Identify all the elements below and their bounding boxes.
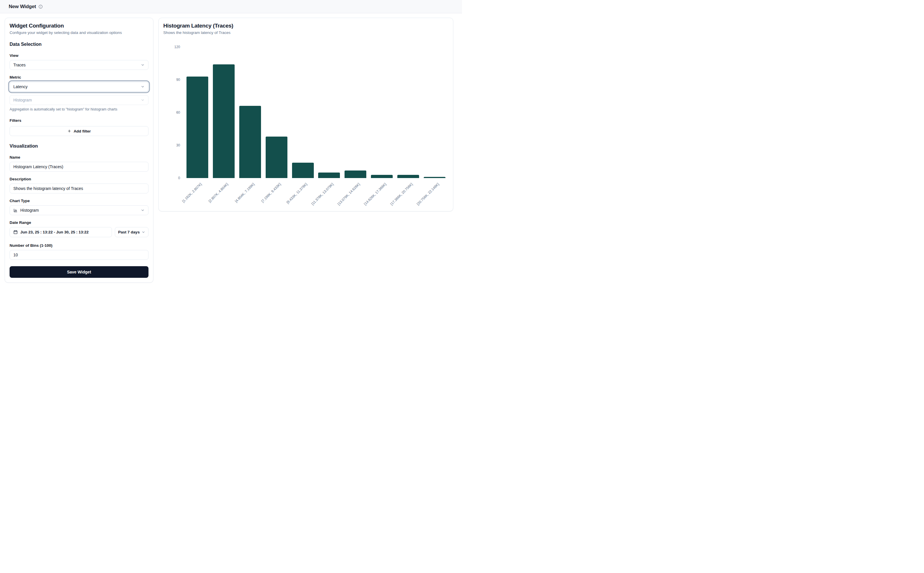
histogram-bar[interactable] [292, 163, 314, 178]
bins-input[interactable] [9, 250, 149, 260]
view-field: View Traces [9, 53, 149, 70]
x-axis-label: [13.079K, 14.626K] [337, 182, 361, 206]
histogram-bar[interactable] [397, 175, 419, 178]
page-title: New Widget [9, 4, 36, 9]
x-axis-label: [2.807K, 4.804K] [208, 182, 229, 203]
aggregation-select: Histogram [9, 95, 149, 105]
aggregation-help-text: Aggregation is automatically set to "his… [9, 107, 149, 111]
filters-label: Filters [9, 118, 149, 123]
histogram-bar[interactable] [213, 64, 235, 178]
x-axis-label: [1.162K, 2.807K] [181, 182, 202, 203]
data-selection-heading: Data Selection [9, 42, 149, 47]
histogram-bar[interactable] [318, 172, 340, 178]
y-axis-label: 0 [163, 176, 180, 180]
description-label: Description [9, 177, 149, 181]
chevron-down-icon [141, 85, 145, 89]
histogram-bar[interactable] [345, 171, 366, 178]
bins-field: Number of Bins (1-100) [9, 243, 149, 260]
save-widget-button[interactable]: Save Widget [9, 266, 149, 278]
description-field: Description [9, 177, 149, 193]
histogram-bar[interactable] [239, 106, 261, 178]
y-axis-label: 60 [163, 111, 180, 114]
bins-label: Number of Bins (1-100) [9, 243, 149, 247]
aggregation-select-value: Histogram [13, 98, 32, 102]
x-axis-label: [14.626K, 17.366K] [363, 182, 387, 206]
chevron-down-icon [141, 98, 145, 102]
y-axis-label: 120 [163, 45, 180, 49]
histogram-bar[interactable] [371, 175, 393, 178]
widget-preview-card: Histogram Latency (Traces) Shows the his… [158, 18, 453, 211]
config-card-subtitle: Configure your widget by selecting data … [9, 30, 149, 35]
view-label: View [9, 53, 149, 58]
histogram-chart-icon [13, 208, 18, 213]
metric-field: Metric Latency Histogram Aggregation is … [9, 75, 149, 111]
date-preset-value: Past 7 days [118, 230, 139, 234]
histogram-bar[interactable] [424, 177, 445, 178]
x-axis-label: [11.378K, 13.079K] [311, 182, 334, 206]
metric-select[interactable]: Latency [9, 82, 149, 92]
name-input[interactable] [9, 162, 149, 172]
date-range-label: Date Range [9, 221, 149, 225]
widget-configuration-card: Widget Configuration Configure your widg… [5, 18, 153, 283]
preview-subtitle: Shows the histogram latency of Traces [163, 30, 448, 35]
plus-icon [67, 129, 71, 133]
chart-type-select[interactable]: Histogram [9, 205, 149, 215]
visualization-heading: Visualization [9, 144, 149, 149]
date-preset-select[interactable]: Past 7 days [115, 227, 149, 237]
chevron-down-icon [141, 63, 145, 67]
date-range-value: Jun 23, 25 : 13:22 - Jun 30, 25 : 13:22 [20, 230, 89, 234]
histogram-chart: 0306090120[1.162K, 2.807K][2.807K, 4.804… [163, 43, 448, 205]
info-icon[interactable] [39, 5, 42, 9]
x-axis-label: [7.199K, 9.433K] [260, 182, 282, 203]
chart-type-field: Chart Type Histogram [9, 199, 149, 215]
filters-field: Filters Add filter [9, 118, 149, 136]
chart-type-label: Chart Type [9, 199, 149, 203]
date-range-field: Date Range Jun 23, 25 : 13:22 - Jun 30, … [9, 221, 149, 237]
metric-select-value: Latency [13, 85, 28, 89]
content-area: Widget Configuration Configure your widg… [0, 13, 462, 283]
chevron-down-icon [141, 230, 145, 234]
name-label: Name [9, 155, 149, 160]
view-select-value: Traces [13, 63, 25, 67]
histogram-bar[interactable] [266, 136, 287, 178]
view-select[interactable]: Traces [9, 60, 149, 70]
date-range-button[interactable]: Jun 23, 25 : 13:22 - Jun 30, 25 : 13:22 [9, 227, 112, 237]
chevron-down-icon [141, 208, 145, 212]
x-axis-label: [17.366K, 20.756K] [390, 182, 413, 206]
x-axis-label: [4.804K, 7.199K] [234, 182, 255, 203]
chart-type-select-value: Histogram [20, 208, 39, 213]
y-axis-label: 30 [163, 143, 180, 147]
add-filter-label: Add filter [74, 129, 91, 133]
name-field: Name [9, 155, 149, 172]
x-axis-label: [9.433K, 11.378K] [286, 182, 308, 204]
config-card-title: Widget Configuration [9, 23, 149, 29]
add-filter-button[interactable]: Add filter [9, 126, 149, 136]
description-input[interactable] [9, 183, 149, 193]
y-axis-label: 90 [163, 78, 180, 82]
histogram-bar[interactable] [186, 77, 208, 178]
x-axis-label: [20.756K, 22.148K] [416, 182, 440, 206]
preview-title: Histogram Latency (Traces) [163, 23, 448, 29]
calendar-icon [13, 230, 18, 234]
metric-label: Metric [9, 75, 149, 80]
page-header: New Widget [0, 0, 462, 13]
